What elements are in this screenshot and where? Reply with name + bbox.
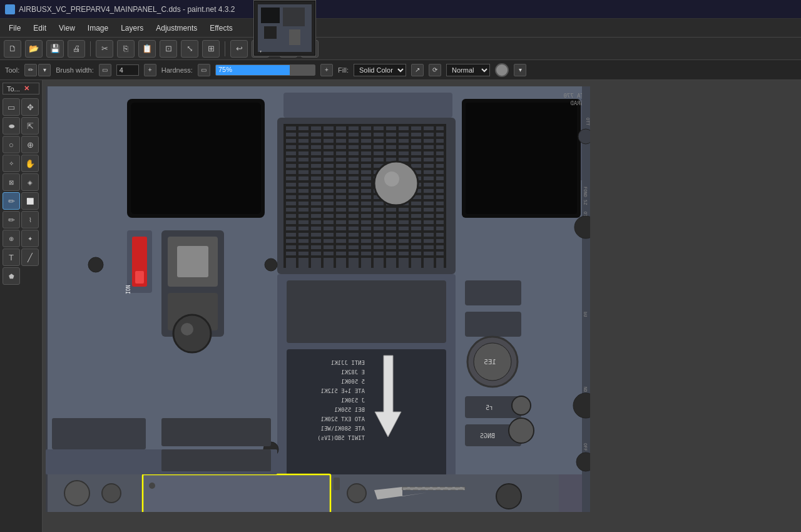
menu-image[interactable]: Image bbox=[81, 21, 115, 35]
recolor-tool[interactable]: ✦ bbox=[21, 230, 39, 247]
save-button[interactable]: 💾 bbox=[46, 40, 64, 58]
undo-button[interactable]: ↩ bbox=[230, 40, 248, 58]
svg-rect-119 bbox=[161, 449, 271, 471]
svg-rect-36 bbox=[309, 124, 311, 268]
paint-bucket-tool[interactable]: ⊠ bbox=[3, 173, 20, 191]
svg-rect-45 bbox=[421, 124, 424, 268]
svg-text:BNGS: BNGS bbox=[480, 432, 495, 439]
fill-dropdown[interactable]: Solid Color Gradient Pattern bbox=[354, 64, 406, 76]
brush-tool[interactable]: ✏ bbox=[3, 192, 20, 210]
svg-point-91 bbox=[64, 481, 89, 506]
svg-rect-46 bbox=[434, 124, 436, 268]
menu-view[interactable]: View bbox=[53, 21, 81, 35]
svg-point-100 bbox=[496, 484, 521, 509]
svg-point-116 bbox=[265, 258, 277, 271]
open-button[interactable]: 📂 bbox=[25, 40, 43, 58]
color-swatch[interactable] bbox=[495, 63, 509, 77]
eraser-tool[interactable]: ⬜ bbox=[21, 192, 39, 210]
print-button[interactable]: 🖨 bbox=[68, 40, 85, 58]
crop-button[interactable]: ⊡ bbox=[160, 40, 177, 58]
move-tool[interactable]: ✥ bbox=[21, 98, 39, 116]
new-button[interactable]: 🗋 bbox=[4, 40, 21, 58]
brush-width-input[interactable] bbox=[116, 64, 139, 76]
rectangle-select-tool[interactable]: ▭ bbox=[3, 98, 20, 116]
magic-wand-tool[interactable]: ⟡ bbox=[3, 155, 20, 172]
tool-row-3: ○ ⊕ bbox=[3, 136, 39, 153]
deform-button[interactable]: ⊞ bbox=[202, 40, 220, 58]
fill-label: Fill: bbox=[338, 66, 349, 74]
resize-button[interactable]: ⤡ bbox=[181, 40, 198, 58]
svg-rect-79 bbox=[465, 280, 521, 305]
tool-row-4: ⟡ ✋ bbox=[3, 155, 39, 172]
dropper-tool[interactable]: ⌇ bbox=[21, 211, 39, 228]
menu-edit[interactable]: Edit bbox=[27, 21, 53, 35]
svg-rect-52 bbox=[466, 103, 577, 214]
copy-button[interactable]: ⎘ bbox=[117, 40, 135, 58]
brush-width-plus[interactable]: + bbox=[144, 64, 156, 76]
brush-width-minus[interactable]: ▭ bbox=[99, 64, 111, 76]
svg-point-95 bbox=[149, 483, 155, 489]
canvas-content: TA 770 GRAD ION bbox=[46, 86, 590, 512]
close-button[interactable]: ✕ bbox=[24, 84, 29, 93]
svg-rect-120 bbox=[52, 418, 146, 449]
tool-row-8: ⊕ ✦ bbox=[3, 230, 39, 247]
tool-dropdown-arrow[interactable]: ▾ bbox=[38, 64, 51, 76]
blend-icon[interactable]: ⟳ bbox=[429, 64, 441, 76]
svg-rect-47 bbox=[444, 124, 446, 268]
svg-text:OFF: OFF bbox=[583, 443, 588, 451]
text-tool[interactable]: T bbox=[3, 248, 20, 266]
svg-text:J   530K1: J 530K1 bbox=[341, 397, 365, 404]
tool-icon[interactable]: ✏ bbox=[24, 64, 37, 76]
paste-button[interactable]: 📋 bbox=[138, 40, 156, 58]
line-tool[interactable]: ╱ bbox=[21, 248, 39, 266]
ellipse-select-tool[interactable]: ○ bbox=[3, 136, 20, 153]
cut-button[interactable]: ✂ bbox=[96, 40, 113, 58]
tool-row-9: T ╱ bbox=[3, 248, 39, 266]
magic-move-tool[interactable]: ⇱ bbox=[21, 117, 39, 135]
svg-text:bU: bU bbox=[583, 312, 588, 317]
color-dropdown[interactable]: ▾ bbox=[514, 64, 526, 76]
svg-text:ATO EXT 520K1: ATO EXT 520K1 bbox=[321, 416, 365, 422]
hardness-slider[interactable]: 75% bbox=[215, 64, 315, 76]
menu-file[interactable]: File bbox=[3, 21, 27, 35]
svg-rect-62 bbox=[177, 246, 208, 277]
app-icon bbox=[5, 4, 15, 14]
svg-text:ENTI  JJ1K1: ENTI JJ1K1 bbox=[331, 360, 365, 366]
svg-point-64 bbox=[173, 315, 211, 352]
svg-text:BE1 550K1: BE1 550K1 bbox=[334, 407, 365, 413]
lasso-tool[interactable]: ⬬ bbox=[3, 117, 20, 135]
pan-tool[interactable]: ✋ bbox=[21, 155, 39, 172]
svg-rect-41 bbox=[371, 124, 374, 268]
svg-text:ION: ION bbox=[126, 285, 131, 294]
shape-tool[interactable]: ⬟ bbox=[3, 267, 20, 285]
stamp-tool[interactable]: ⊕ bbox=[3, 230, 20, 247]
svg-rect-5 bbox=[289, 29, 300, 45]
svg-rect-39 bbox=[346, 124, 349, 268]
svg-rect-40 bbox=[359, 124, 361, 268]
menu-layers[interactable]: Layers bbox=[115, 21, 150, 35]
menu-adjustments[interactable]: Adjustments bbox=[150, 21, 203, 35]
svg-point-115 bbox=[88, 257, 103, 272]
sep2 bbox=[225, 41, 225, 56]
svg-point-97 bbox=[347, 484, 366, 503]
menu-effects[interactable]: Effects bbox=[203, 21, 238, 35]
svg-rect-34 bbox=[283, 124, 286, 268]
menu-bar: File Edit View Image Layers Adjustments … bbox=[0, 19, 801, 38]
zoom-tool[interactable]: ⊕ bbox=[21, 136, 39, 153]
pencil-tool[interactable]: ✏ bbox=[3, 211, 20, 228]
svg-rect-103 bbox=[46, 86, 48, 512]
hardness-minus[interactable]: ▭ bbox=[198, 64, 210, 76]
svg-rect-2 bbox=[261, 8, 280, 23]
blend-tool-btn[interactable]: ↗ bbox=[411, 64, 424, 76]
svg-rect-80 bbox=[465, 312, 521, 337]
svg-point-65 bbox=[181, 323, 193, 335]
color-picker-tool[interactable]: ◈ bbox=[21, 173, 39, 191]
svg-rect-37 bbox=[321, 124, 324, 268]
svg-text:ATE  S80K1\WE1: ATE S80K1\WE1 bbox=[321, 426, 365, 432]
svg-point-89 bbox=[509, 418, 534, 443]
hardness-plus[interactable]: + bbox=[320, 64, 333, 76]
svg-rect-10 bbox=[283, 93, 452, 118]
tool-row-1: ▭ ✥ bbox=[3, 98, 39, 116]
blend-mode-dropdown[interactable]: Normal Multiply Screen bbox=[446, 64, 490, 76]
canvas-area[interactable]: TA 770 GRAD ION bbox=[43, 80, 801, 532]
